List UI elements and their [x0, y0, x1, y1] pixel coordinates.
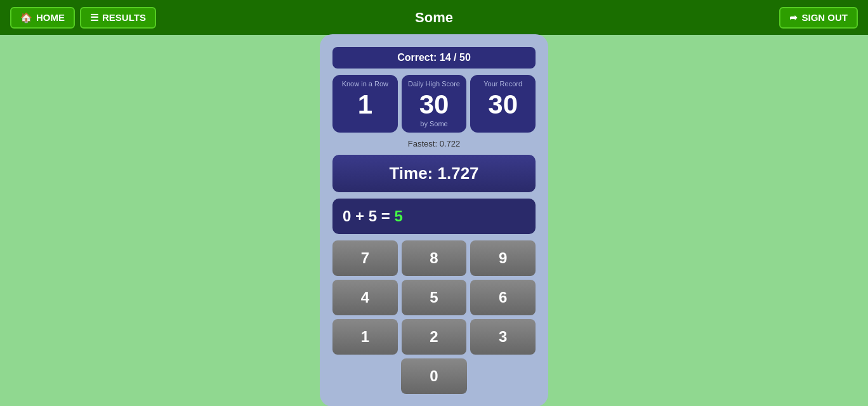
results-button[interactable]: ☰ RESULTS: [80, 7, 156, 29]
know-in-a-row-box: Know in a Row 1: [332, 75, 398, 132]
keypad-row-1: 7 8 9: [332, 240, 536, 276]
key-9[interactable]: 9: [470, 240, 536, 276]
key-4[interactable]: 4: [332, 280, 398, 315]
keypad-row-2: 4 5 6: [332, 280, 536, 315]
home-button[interactable]: 🏠 HOME: [10, 7, 75, 29]
equation-box: 0 + 5 = 5: [332, 199, 536, 234]
fastest-time: Fastest: 0.722: [332, 139, 536, 148]
key-7[interactable]: 7: [332, 240, 398, 276]
stats-row: Know in a Row 1 Daily High Score 30 by S…: [332, 75, 536, 132]
timer-box: Time: 1.727: [332, 155, 536, 192]
know-in-a-row-value: 1: [338, 90, 393, 119]
results-icon: ☰: [90, 12, 98, 23]
main-content: Correct: 14 / 50 Know in a Row 1 Daily H…: [0, 35, 868, 406]
page-title: Some: [415, 10, 453, 26]
home-label: HOME: [36, 12, 65, 23]
your-record-box: Your Record 30: [470, 75, 536, 132]
correct-bar: Correct: 14 / 50: [332, 47, 536, 69]
home-icon: 🏠: [20, 12, 32, 23]
equation-text: 0 + 5 =: [343, 207, 394, 225]
key-5[interactable]: 5: [402, 280, 467, 315]
daily-high-score-sub: by Some: [407, 120, 462, 128]
header: 🏠 HOME ☰ RESULTS Some ➦ SIGN OUT: [0, 0, 868, 35]
key-2[interactable]: 2: [402, 319, 467, 355]
your-record-value: 30: [475, 90, 530, 119]
key-3[interactable]: 3: [470, 319, 536, 355]
signout-button[interactable]: ➦ SIGN OUT: [779, 7, 858, 29]
daily-high-score-value: 30: [407, 90, 462, 119]
keypad-row-3: 1 2 3: [332, 319, 536, 355]
daily-high-score-label: Daily High Score: [407, 80, 462, 88]
answer-text: 5: [394, 207, 402, 225]
signout-icon: ➦: [789, 12, 798, 23]
key-8[interactable]: 8: [402, 240, 467, 276]
key-1[interactable]: 1: [332, 319, 398, 355]
correct-label: Correct: 14 / 50: [397, 52, 471, 63]
daily-high-score-box: Daily High Score 30 by Some: [402, 75, 467, 132]
game-card: Correct: 14 / 50 Know in a Row 1 Daily H…: [320, 34, 548, 406]
header-left: 🏠 HOME ☰ RESULTS: [10, 7, 156, 29]
key-0[interactable]: 0: [401, 358, 468, 394]
keypad: 7 8 9 4 5 6 1 2 3 0: [332, 240, 536, 394]
key-6[interactable]: 6: [470, 280, 536, 315]
signout-label: SIGN OUT: [801, 12, 848, 23]
results-label: RESULTS: [102, 12, 146, 23]
fastest-label: Fastest: 0.722: [408, 139, 460, 148]
your-record-label: Your Record: [475, 80, 530, 88]
keypad-row-4: 0: [332, 358, 536, 394]
timer-label: Time: 1.727: [389, 164, 478, 183]
know-in-a-row-label: Know in a Row: [338, 80, 393, 88]
